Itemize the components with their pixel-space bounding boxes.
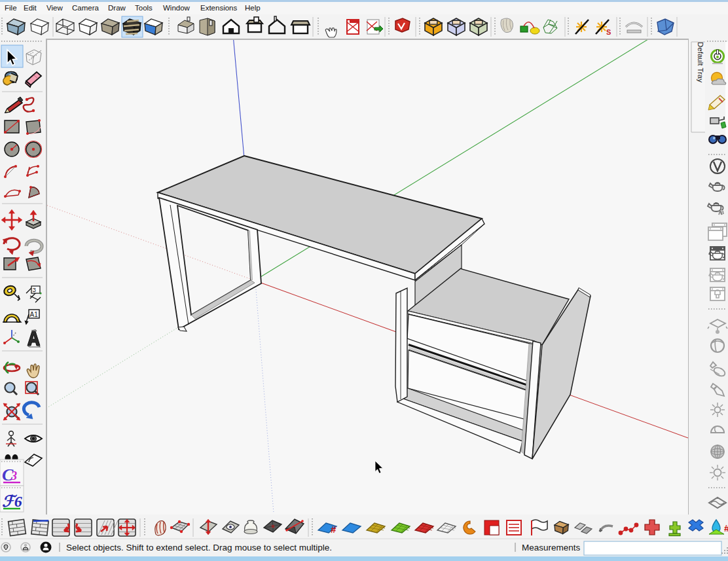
svg-text:Measurements: Measurements xyxy=(522,543,581,552)
svg-text:View: View xyxy=(46,4,63,12)
svg-text:A1: A1 xyxy=(30,311,39,318)
svg-text:Default Tray: Default Tray xyxy=(697,42,704,82)
svg-text:3: 3 xyxy=(10,469,17,482)
svg-text:Help: Help xyxy=(245,4,261,12)
svg-text:File: File xyxy=(5,4,17,12)
svg-text:Draw: Draw xyxy=(108,4,126,12)
svg-text:S: S xyxy=(606,28,611,36)
svg-text:Window: Window xyxy=(163,4,191,12)
svg-text:ℱ6: ℱ6 xyxy=(2,493,22,510)
svg-text:Tools: Tools xyxy=(135,4,153,12)
svg-text:Camera: Camera xyxy=(72,4,100,12)
svg-text:Edit: Edit xyxy=(24,4,37,12)
svg-text:Select objects. Shift to exten: Select objects. Shift to extend select. … xyxy=(66,543,332,552)
svg-text:З: З xyxy=(33,287,36,293)
svg-text:#: # xyxy=(331,524,337,535)
svg-text:Extensions: Extensions xyxy=(200,4,238,12)
svg-text:#: # xyxy=(724,522,728,534)
